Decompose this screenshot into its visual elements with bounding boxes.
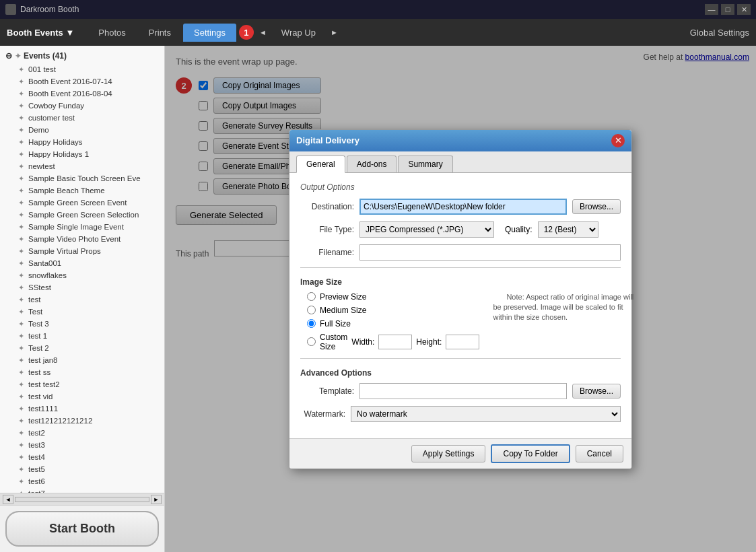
list-item[interactable]: ✦Happy Holidays: [0, 136, 164, 148]
item-icon: ✦: [16, 222, 26, 232]
template-row: Template: Browse...: [300, 383, 621, 399]
close-button[interactable]: ✕: [737, 4, 751, 15]
start-booth-button[interactable]: Start Booth: [5, 511, 159, 547]
custom-size-radio[interactable]: [307, 337, 316, 346]
list-item[interactable]: ✦customer test: [0, 112, 164, 124]
global-settings-link[interactable]: Global Settings: [690, 28, 749, 38]
output-options-label: Output Options: [300, 182, 621, 192]
item-icon: ✦: [16, 464, 26, 474]
list-item[interactable]: ✦newtest: [0, 160, 164, 172]
item-icon: ✦: [16, 125, 26, 135]
item-label: Cowboy Funday: [28, 102, 84, 110]
browse-destination-button[interactable]: Browse...: [572, 199, 621, 214]
list-item[interactable]: ✦test ss: [0, 366, 164, 378]
list-item[interactable]: ✦snowflakes: [0, 269, 164, 281]
full-size-radio[interactable]: [307, 319, 316, 328]
copy-to-folder-button[interactable]: Copy To Folder: [491, 444, 570, 463]
scroll-left-button[interactable]: ◄: [3, 495, 13, 504]
list-item[interactable]: ✦Demo: [0, 124, 164, 136]
list-item[interactable]: ✦Test 3: [0, 318, 164, 330]
filename-input[interactable]: [359, 244, 621, 261]
apply-settings-button[interactable]: Apply Settings: [411, 445, 486, 462]
watermark-row: Watermark: No watermark: [300, 406, 621, 422]
maximize-button[interactable]: □: [721, 4, 734, 15]
list-item[interactable]: ✦Sample Video Photo Event: [0, 233, 164, 245]
browse-template-button[interactable]: Browse...: [572, 384, 621, 399]
list-item[interactable]: ✦Sample Virtual Props: [0, 245, 164, 257]
list-item[interactable]: ✦test6: [0, 475, 164, 487]
list-item[interactable]: ✦Test 2: [0, 342, 164, 354]
list-item[interactable]: ✦test test2: [0, 378, 164, 390]
medium-size-radio[interactable]: [307, 306, 316, 314]
list-item[interactable]: ✦test4: [0, 451, 164, 463]
tab-addons[interactable]: Add-ons: [347, 156, 397, 172]
list-item[interactable]: ✦Sample Beach Theme: [0, 184, 164, 197]
image-size-note: Note: Aspect ratio of original image wil…: [493, 292, 634, 351]
template-input[interactable]: [359, 383, 567, 399]
tab-settings[interactable]: Settings: [183, 24, 236, 42]
item-icon: ✦: [16, 258, 26, 268]
list-item[interactable]: ✦test 1: [0, 330, 164, 342]
list-item[interactable]: ✦Sample Green Screen Selection: [0, 209, 164, 221]
item-icon: ✦: [16, 137, 26, 147]
item-icon: ✦: [16, 149, 26, 159]
list-item[interactable]: ✦Sample Single Image Event: [0, 221, 164, 233]
item-label: test vid: [28, 392, 53, 401]
list-item[interactable]: ✦Booth Event 2016-08-04: [0, 88, 164, 100]
item-label: test: [28, 296, 41, 304]
tab-summary[interactable]: Summary: [398, 156, 452, 172]
nav-arrow-left: ◄: [256, 28, 269, 36]
item-label: snowflakes: [28, 271, 67, 279]
list-item[interactable]: ✦test7: [0, 487, 164, 493]
width-input[interactable]: [378, 335, 412, 349]
tab-photos[interactable]: Photos: [88, 24, 136, 42]
step-badge-1: 1: [239, 25, 254, 40]
tree-root[interactable]: ⊖ ✦ Events (41): [0, 48, 164, 63]
list-item[interactable]: ✦test121212121212: [0, 415, 164, 427]
content-area: Get help at boothmanual.com This is the …: [165, 46, 756, 552]
item-label: Booth Event 2016-07-14: [28, 77, 112, 85]
item-icon: ✦: [16, 89, 26, 98]
booth-events-menu[interactable]: Booth Events ▼: [7, 28, 74, 38]
watermark-select[interactable]: No watermark: [351, 406, 621, 422]
list-item[interactable]: ✦test3: [0, 439, 164, 451]
quality-select[interactable]: 12 (Best): [538, 221, 598, 238]
destination-input[interactable]: [359, 199, 567, 215]
tab-wrapup[interactable]: Wrap Up: [271, 24, 327, 42]
filename-label: Filename:: [300, 248, 354, 257]
list-item[interactable]: ✦test: [0, 294, 164, 306]
radio-group: Preview Size Medium Size Full Size: [300, 292, 479, 351]
minimize-button[interactable]: —: [705, 4, 718, 15]
item-icon: ✦: [16, 77, 26, 86]
list-item[interactable]: ✦test vid: [0, 390, 164, 403]
item-icon: ✦: [16, 198, 26, 207]
item-label: test5: [28, 465, 45, 473]
list-item[interactable]: ✦Sample Green Screen Event: [0, 197, 164, 209]
list-item[interactable]: ✦Cowboy Funday: [0, 100, 164, 112]
cancel-button[interactable]: Cancel: [576, 445, 623, 462]
filetype-select[interactable]: JPEG Compressed (*.JPG): [359, 221, 494, 238]
item-label: SStest: [28, 283, 51, 291]
preview-size-radio[interactable]: [307, 292, 316, 301]
list-item[interactable]: ✦Booth Event 2016-07-14: [0, 75, 164, 88]
list-item[interactable]: ✦Santa001: [0, 257, 164, 269]
scroll-right-button[interactable]: ►: [151, 495, 162, 504]
dialog-close-button[interactable]: ✕: [611, 134, 625, 147]
item-icon: ✦: [16, 210, 26, 219]
list-item[interactable]: ✦test5: [0, 463, 164, 475]
height-input[interactable]: [446, 335, 479, 349]
item-icon: ✦: [16, 283, 26, 292]
item-label: Test 2: [28, 344, 49, 352]
list-item[interactable]: ✦test1111: [0, 403, 164, 415]
list-item[interactable]: ✦Sample Basic Touch Screen Eve: [0, 172, 164, 184]
list-item[interactable]: ✦Happy Holidays 1: [0, 148, 164, 160]
list-item[interactable]: ✦Test: [0, 306, 164, 318]
item-icon: ✦: [16, 246, 26, 256]
list-item[interactable]: ✦test2: [0, 427, 164, 439]
tab-general[interactable]: General: [296, 156, 345, 173]
item-icon: ✦: [16, 271, 26, 280]
list-item[interactable]: ✦SStest: [0, 281, 164, 294]
tab-prints[interactable]: Prints: [138, 24, 182, 42]
list-item[interactable]: ✦test jan8: [0, 354, 164, 366]
list-item[interactable]: ✦001 test: [0, 63, 164, 75]
